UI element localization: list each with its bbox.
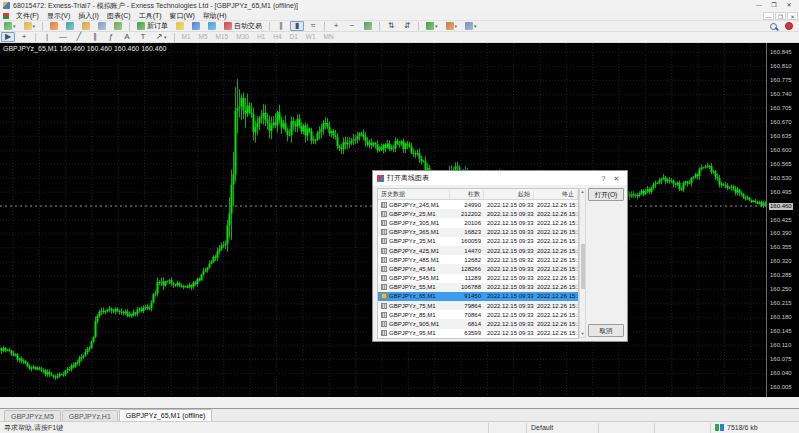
periods-button[interactable] [443,21,461,31]
column-header-to[interactable]: 终止 [534,190,578,199]
menu-item[interactable]: 文件(F) [12,11,43,21]
strategy-tester-button[interactable] [111,21,125,31]
horizontal-line-tool-button[interactable]: — [56,32,70,42]
search-icon[interactable] [770,23,777,30]
row-symbol: GBPJPYz_55,M1 [389,284,436,290]
child-restore-button[interactable]: ❐ [775,12,786,20]
metaeditor-button[interactable] [173,21,187,31]
offline-chart-row[interactable]: GBPJPYz_75,M1798642022.12.15 09:332022.1… [378,301,578,310]
templates-button[interactable] [462,21,480,31]
offline-chart-row[interactable]: GBPJPYz_905,M168142022.12.15 09:332022.1… [378,319,578,328]
column-header-bars[interactable]: 柱数 [450,190,484,199]
timeframe-w1-button[interactable]: W1 [303,32,319,42]
equidistant-channel-tool-button[interactable]: ∥ [88,32,102,42]
dialog-close-icon[interactable]: ✕ [610,173,623,184]
offline-chart-row[interactable]: GBPJPYz_245,M1249902022.12.15 09:332022.… [378,200,578,209]
timeframe-m1-button[interactable]: M1 [179,32,194,42]
fibonacci-tool-button[interactable]: ƒ [104,32,118,42]
menu-item[interactable]: 显示(V) [43,11,74,21]
terminal-button[interactable] [95,21,109,31]
menu-item[interactable]: 帮助(H) [199,11,231,21]
offline-chart-row[interactable]: GBPJPYz_25,M12122022022.12.15 09:332022.… [378,209,578,218]
arrange-down-button[interactable]: ⇵ [400,21,414,31]
timeframe-h1-button[interactable]: H1 [254,32,268,42]
market-watch-button[interactable] [47,21,61,31]
chart-tab[interactable]: GBPJPYz_65,M1 (offline) [119,409,213,421]
chart-file-icon [381,303,387,309]
data-window-button[interactable] [63,21,77,31]
cursor-tool-button[interactable]: ▶ [1,32,15,42]
navigator-button[interactable] [79,21,93,31]
text-icon: A [123,33,131,41]
notification-icon[interactable] [785,22,793,30]
scroll-down-icon[interactable]: ▼ [580,331,585,337]
market-button[interactable] [205,21,219,31]
chart-file-icon [381,266,387,272]
offline-chart-row[interactable]: GBPJPYz_55,M11067882022.12.15 09:332022.… [378,283,578,292]
timeframe-d1-button[interactable]: D1 [287,32,301,42]
scrollbar-thumb[interactable] [581,244,585,289]
offline-chart-row[interactable]: GBPJPYz_45,M11282662022.12.15 09:332022.… [378,264,578,273]
status-profile[interactable]: Default [527,423,599,433]
menu-item[interactable]: 插入(I) [74,11,103,21]
offline-chart-row[interactable]: GBPJPYz_85,M1708642022.12.15 09:332022.1… [378,310,578,319]
offline-chart-row[interactable]: GBPJPYz_95,M1635992022.12.15 09:332022.1… [378,329,578,338]
cancel-button[interactable]: 取消 [588,324,624,337]
child-close-button[interactable]: ✕ [787,12,798,20]
dialog-scrollbar[interactable]: ▲ ▼ [579,188,586,338]
offline-chart-row[interactable]: GBPJPYz_365,M1168232022.12.15 09:332022.… [378,228,578,237]
child-minimize-button[interactable]: — [763,12,774,20]
price-tick-label: 160.180 [770,314,792,321]
chart-tab[interactable]: GBPJPYz,M5 [4,410,61,421]
autotrading-button[interactable]: 自动交易 [221,21,265,31]
new-order-button[interactable]: 新订单 [134,21,171,31]
menu-item[interactable]: 工具(T) [135,11,166,21]
column-header-from[interactable]: 起始 [484,190,534,199]
zoom-in-button[interactable]: + [329,21,343,31]
timeframe-m15-button[interactable]: M15 [213,32,232,42]
tile-windows-button[interactable] [361,21,375,31]
timeframe-mn-button[interactable]: MN [321,32,337,42]
text-label-tool-button[interactable]: T [136,32,150,42]
offline-chart-row[interactable]: GBPJPYz_65,M1914502022.12.15 09:332022.1… [378,292,578,301]
column-header-history[interactable]: 历史数据 [378,190,450,199]
offline-chart-row[interactable]: GBPJPYz_425,M1144702022.12.15 09:332022.… [378,246,578,255]
arrange-up-button[interactable]: ⇅ [384,21,398,31]
menu-item[interactable]: 窗口(W) [166,11,199,21]
chart-area[interactable]: GBPJPYz_65,M1 160.460 160.460 160.460 16… [0,43,799,397]
timeframe-m5-button[interactable]: M5 [196,32,211,42]
close-button[interactable]: ✕ [782,1,796,10]
offline-chart-row[interactable]: GBPJPYz_35,M11600592022.12.15 09:332022.… [378,237,578,246]
trendline-tool-button[interactable]: ╱ [72,32,86,42]
chart-tabs-bar: GBPJPYz,M5GBPJPYz,H1GBPJPYz_65,M1 (offli… [0,408,799,421]
bar-chart-button[interactable]: ∥ [274,21,288,31]
templates-icon [465,22,473,30]
open-button[interactable]: 打开(O) [588,188,624,201]
dialog-title-bar[interactable]: 打开离线图表 ? ✕ [373,171,627,185]
offline-chart-row[interactable]: GBPJPYz_305,M1201062022.12.15 09:332022.… [378,218,578,227]
minimize-button[interactable]: — [752,1,766,10]
timeframe-h4-button[interactable]: H4 [270,32,284,42]
maximize-button[interactable]: ❐ [767,1,781,10]
dialog-help-button[interactable]: ? [597,173,610,184]
profiles-button[interactable] [21,21,39,31]
timeframe-label: W1 [306,33,316,41]
new-chart-button[interactable] [1,21,19,31]
price-axis[interactable]: 160.845160.810160.775160.740160.705160.6… [766,43,799,397]
chart-tab[interactable]: GBPJPYz,H1 [62,410,118,421]
candlesticks-button[interactable]: ▮ [290,21,304,31]
crosshair-tool-button[interactable]: + [17,32,31,42]
vertical-line-tool-button[interactable]: | [40,32,54,42]
community-button[interactable] [189,21,203,31]
offline-chart-row[interactable]: GBPJPYz_485,M1126822022.12.15 09:322022.… [378,255,578,264]
menu-item[interactable]: 图表(C) [103,11,135,21]
zoom-in-icon: + [332,22,340,30]
timeframe-m30-button[interactable]: M30 [233,32,252,42]
scroll-up-icon[interactable]: ▲ [580,189,585,195]
offline-chart-row[interactable]: GBPJPYz_545,M1112892022.12.15 09:332022.… [378,274,578,283]
text-tool-button[interactable]: A [120,32,134,42]
line-chart-button[interactable]: ≈ [306,21,320,31]
indicators-button[interactable] [423,21,441,31]
arrows-tool-button[interactable]: ↗ [152,32,170,42]
zoom-out-button[interactable]: − [345,21,359,31]
